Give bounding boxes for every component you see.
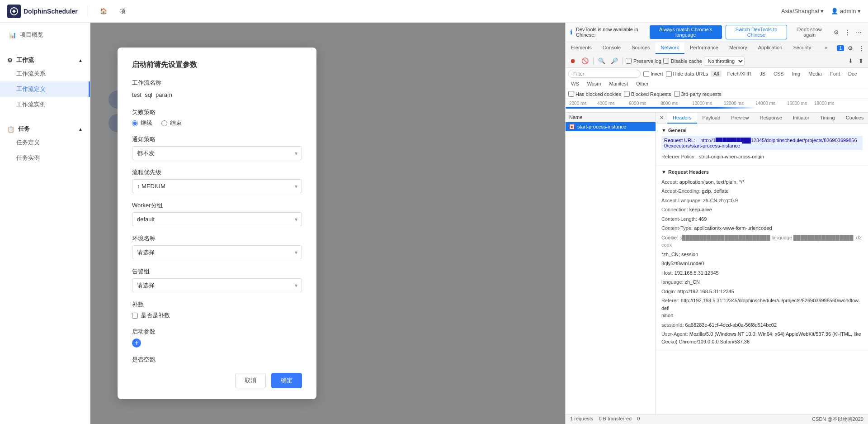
- sidebar-item-task-definition[interactable]: 任务定义: [0, 135, 90, 150]
- header-content-length: Content-Length: 469: [661, 214, 863, 224]
- nav-home[interactable]: 🏠: [96, 6, 111, 16]
- filter-all-button[interactable]: All: [711, 71, 722, 77]
- filter-doc-button[interactable]: Doc: [845, 71, 860, 77]
- blocked-requests-checkbox[interactable]: [624, 91, 630, 97]
- sidebar-item-project-overview[interactable]: 📊 项目概览: [0, 26, 90, 43]
- filter-img-button[interactable]: Img: [789, 71, 803, 77]
- tab-application[interactable]: Application: [753, 42, 788, 54]
- add-param-button[interactable]: +: [132, 338, 141, 348]
- devtools-panel-more-icon[interactable]: ⋮: [857, 43, 866, 53]
- filter-js-button[interactable]: JS: [757, 71, 768, 77]
- failure-option-continue[interactable]: 继续: [132, 119, 152, 127]
- confirm-button[interactable]: 确定: [271, 373, 302, 388]
- request-name: start-process-instance: [577, 124, 652, 129]
- dont-show-button[interactable]: Don't show again: [791, 25, 828, 39]
- alarm-group-select[interactable]: 请选择: [132, 278, 302, 292]
- sidebar-workflow-header[interactable]: ⚙ 工作流 ▲: [0, 51, 90, 66]
- timezone-selector[interactable]: Asia/Shanghai ▾: [781, 8, 824, 14]
- tab-memory[interactable]: Memory: [724, 42, 753, 54]
- third-party-checkbox[interactable]: [674, 91, 680, 97]
- sidebar-item-workflow-definition[interactable]: 工作流定义: [0, 81, 90, 97]
- worker-group-label: Worker分组: [132, 201, 302, 210]
- details-tab-timing[interactable]: Timing: [815, 113, 840, 124]
- request-headers-section-title[interactable]: ▼ Request Headers: [661, 169, 863, 175]
- import-har-icon[interactable]: ⬇: [846, 56, 855, 66]
- blocked-requests-label[interactable]: Blocked Requests: [624, 91, 671, 97]
- details-tab-cookies[interactable]: Cookies: [840, 113, 868, 124]
- preserve-log-checkbox[interactable]: [626, 58, 632, 64]
- nav-project[interactable]: 项: [116, 5, 129, 17]
- failure-option-end[interactable]: 结束: [161, 119, 182, 127]
- details-tab-response[interactable]: Response: [754, 113, 788, 124]
- worker-group-select[interactable]: default: [132, 212, 302, 226]
- clear-button[interactable]: 🚫: [580, 56, 590, 66]
- sidebar-item-workflow-relation[interactable]: 工作流关系: [0, 66, 90, 81]
- record-button[interactable]: ⏺: [568, 56, 578, 66]
- invert-checkbox[interactable]: [643, 71, 649, 77]
- has-blocked-cookies-label[interactable]: Has blocked cookies: [568, 91, 621, 97]
- filter-manifest-button[interactable]: Manifest: [607, 81, 631, 87]
- general-section-title[interactable]: ▼ General: [661, 128, 863, 133]
- devtools-panel-settings-icon[interactable]: ⚙: [846, 43, 855, 53]
- details-tab-headers[interactable]: Headers: [667, 113, 697, 124]
- header-node: 8qly5zt8wml.node0: [661, 259, 863, 268]
- network-request-item[interactable]: ■ start-process-instance: [566, 122, 656, 132]
- always-match-button[interactable]: Always match Chrome's language: [650, 25, 722, 39]
- cancel-button[interactable]: 取消: [235, 373, 266, 388]
- filter-other-button[interactable]: Other: [633, 81, 651, 87]
- has-blocked-cookies-checkbox[interactable]: [568, 91, 574, 97]
- export-har-icon[interactable]: ⬆: [857, 56, 865, 66]
- tab-performance[interactable]: Performance: [684, 42, 724, 54]
- tab-more-icon[interactable]: »: [821, 42, 831, 54]
- complement-checkbox[interactable]: 是否是补数: [132, 311, 302, 319]
- sidebar-item-task-instance[interactable]: 任务实例: [0, 150, 90, 166]
- filter-media-button[interactable]: Media: [806, 71, 825, 77]
- details-tab-payload[interactable]: Payload: [697, 113, 726, 124]
- filter-css-button[interactable]: CSS: [771, 71, 787, 77]
- logo: DolphinScheduler: [7, 5, 78, 18]
- complement-checkbox-input[interactable]: [132, 313, 138, 319]
- filter-input[interactable]: [568, 70, 641, 78]
- timeline-label-8: 18000 ms: [814, 101, 834, 106]
- tab-console[interactable]: Console: [597, 42, 626, 54]
- priority-select[interactable]: ↑ MEDIUM: [132, 179, 302, 193]
- user-menu[interactable]: 👤 admin ▾: [831, 8, 861, 14]
- env-select[interactable]: 请选择: [132, 245, 302, 259]
- throttle-select[interactable]: No throttling: [704, 57, 745, 66]
- invert-filter-label[interactable]: Invert: [643, 71, 663, 77]
- tab-elements[interactable]: Elements: [566, 42, 597, 54]
- switch-chinese-button[interactable]: Switch DevTools to Chinese: [726, 25, 788, 39]
- general-triangle-icon: ▼: [661, 128, 666, 133]
- filter-font-button[interactable]: Font: [827, 71, 843, 77]
- filter-wasm-button[interactable]: Wasm: [585, 81, 604, 87]
- details-close-icon[interactable]: ✕: [656, 113, 667, 124]
- status-requests: 1 requests: [570, 416, 593, 423]
- tab-sources[interactable]: Sources: [626, 42, 655, 54]
- disable-cache-checkbox[interactable]: [663, 58, 669, 64]
- search-button[interactable]: 🔎: [609, 56, 620, 66]
- devtools-undock-icon[interactable]: ⋯: [854, 28, 863, 37]
- third-party-label[interactable]: 3rd-party requests: [674, 91, 722, 97]
- form-item-priority: 流程优先级 ↑ MEDIUM: [132, 168, 302, 193]
- tab-security[interactable]: Security: [788, 42, 816, 54]
- filter-button[interactable]: 🔍: [596, 56, 607, 66]
- sidebar-section-project: 📊 项目概览: [0, 23, 90, 47]
- sidebar-item-workflow-instance[interactable]: 工作流实例: [0, 97, 90, 112]
- env-label: 环境名称: [132, 234, 302, 243]
- top-bar-right: Asia/Shanghai ▾ 👤 admin ▾: [781, 8, 861, 14]
- hide-data-urls-label[interactable]: Hide data URLs: [666, 71, 708, 77]
- hide-data-urls-checkbox[interactable]: [666, 71, 672, 77]
- details-tab-preview[interactable]: Preview: [726, 113, 754, 124]
- tab-network[interactable]: Network: [656, 42, 684, 54]
- filter-ws-button[interactable]: WS: [568, 81, 582, 87]
- sidebar-task-header[interactable]: 📋 任务 ▲: [0, 119, 90, 135]
- disable-cache-label[interactable]: Disable cache: [663, 58, 702, 64]
- preserve-log-label[interactable]: Preserve log: [626, 58, 661, 64]
- notification-select[interactable]: 都不发: [132, 146, 302, 160]
- filter-fetch-button[interactable]: Fetch/XHR: [724, 71, 754, 77]
- details-tabs: ✕ Headers Payload Preview Response Initi…: [656, 113, 868, 124]
- details-tab-initiator[interactable]: Initiator: [788, 113, 815, 124]
- header-accept-language: Accept-Language: zh-CN,zh;q=0.9: [661, 196, 863, 205]
- devtools-settings-icon[interactable]: ⚙: [832, 28, 841, 37]
- devtools-more-icon[interactable]: ⋮: [843, 28, 852, 37]
